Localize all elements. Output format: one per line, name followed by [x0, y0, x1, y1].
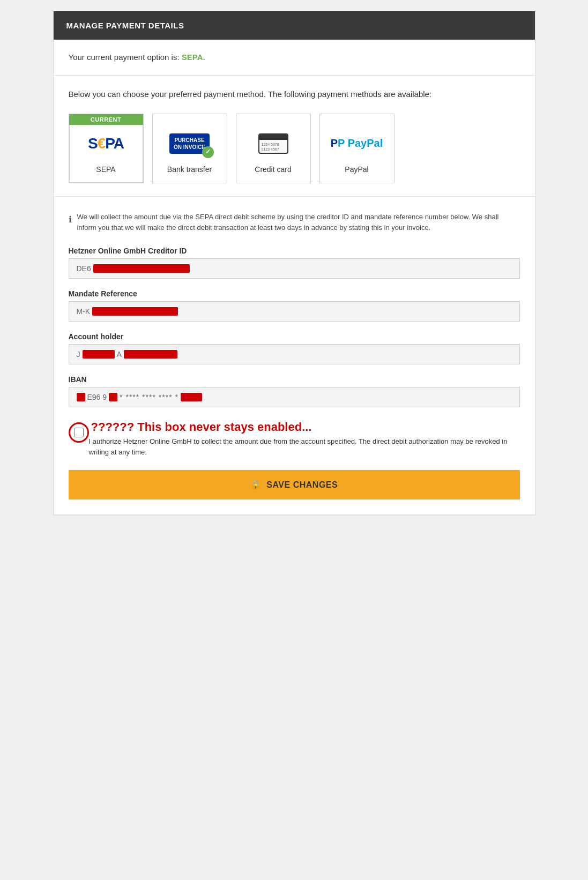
mandate-ref-prefix: M-K	[77, 307, 91, 316]
creditor-id-group: Hetzner Online GmbH Creditor ID DE6	[69, 247, 520, 279]
iban-redacted-1	[77, 393, 85, 401]
mandate-ref-label: Mandate Reference	[69, 289, 520, 298]
creditor-id-field: DE6	[69, 258, 520, 279]
sepa-info-section: ℹ We will collect the amount due via the…	[54, 197, 535, 516]
account-holder-prefix: J	[77, 350, 80, 359]
iban-label: IBAN	[69, 375, 520, 384]
account-holder-label: Account holder	[69, 332, 520, 341]
checkbox-error-text: ?????? This box never stays enabled...	[91, 420, 520, 434]
creditor-id-prefix: DE6	[77, 264, 91, 273]
sepa-info-row: ℹ We will collect the amount due via the…	[69, 212, 520, 234]
credit-card-logo: 1234 5678 9123 4567	[258, 128, 288, 160]
paypal-label: PayPal	[345, 165, 368, 174]
payment-methods-list: CURRENT S€PA SEPA PURCHASEON INVOICE ✓ B…	[69, 114, 520, 183]
checkbox-text-col: ?????? This box never stays enabled... I…	[89, 418, 520, 457]
page-header: MANAGE PAYMENT DETAILS	[54, 11, 535, 40]
creditor-id-label: Hetzner Online GmbH Creditor ID	[69, 247, 520, 255]
iban-field: E96 9 * **** **** **** *	[69, 387, 520, 407]
account-holder-redacted-1	[83, 350, 115, 359]
poi-check-icon: ✓	[202, 146, 214, 158]
iban-group: IBAN E96 9 * **** **** **** *	[69, 375, 520, 407]
sepa-logo: S€PA	[88, 128, 124, 160]
payment-method-paypal[interactable]: PP PayPal PayPal	[319, 114, 395, 183]
save-button-label: SAVE CHANGES	[266, 480, 338, 490]
iban-prefix: E96 9	[87, 393, 107, 401]
creditor-id-redacted	[93, 264, 190, 273]
authorize-checkbox-row	[69, 422, 89, 443]
iban-masked: * **** **** **** *	[120, 393, 178, 401]
sepa-label: SEPA	[96, 165, 115, 174]
mandate-ref-field: M-K	[69, 301, 520, 322]
authorize-label: I authorize Hetzner Online GmbH to colle…	[89, 436, 520, 457]
info-icon: ℹ	[69, 213, 72, 234]
sepa-current-link[interactable]: SEPA.	[182, 53, 205, 62]
iban-redacted-2	[109, 393, 117, 401]
mandate-ref-group: Mandate Reference M-K	[69, 289, 520, 322]
checkbox-error-row: ?????? This box never stays enabled... I…	[69, 418, 520, 457]
current-payment-text: Your current payment option is: SEPA.	[69, 53, 205, 62]
paypal-logo: PP PayPal	[331, 128, 383, 160]
account-holder-group: Account holder J A	[69, 332, 520, 364]
choose-payment-text: Below you can choose your preferred paym…	[69, 88, 520, 101]
bank-transfer-logo: PURCHASEON INVOICE ✓	[169, 128, 210, 160]
iban-redacted-3	[181, 393, 202, 401]
choose-payment-section: Below you can choose your preferred paym…	[54, 76, 535, 197]
credit-card-label: Credit card	[255, 165, 291, 174]
lock-icon: 🔒	[250, 480, 262, 490]
account-holder-field: J A	[69, 344, 520, 364]
payment-method-sepa[interactable]: CURRENT S€PA SEPA	[69, 114, 144, 183]
sepa-info-text: We will collect the amount due via the S…	[77, 212, 520, 234]
page-container: MANAGE PAYMENT DETAILS Your current paym…	[53, 11, 535, 516]
payment-method-credit-card[interactable]: 1234 5678 9123 4567 Credit card	[236, 114, 311, 183]
current-badge: CURRENT	[69, 114, 143, 125]
mandate-ref-redacted	[92, 307, 178, 316]
save-button[interactable]: 🔒 SAVE CHANGES	[69, 470, 520, 499]
current-payment-section: Your current payment option is: SEPA.	[54, 40, 535, 76]
checkbox-ring-annotation	[69, 422, 89, 443]
account-holder-suffix: A	[117, 350, 122, 359]
payment-method-bank-transfer[interactable]: PURCHASEON INVOICE ✓ Bank transfer	[152, 114, 227, 183]
account-holder-redacted-2	[124, 350, 177, 359]
page-title: MANAGE PAYMENT DETAILS	[66, 21, 184, 30]
authorize-checkbox[interactable]	[74, 428, 84, 437]
bank-transfer-label: Bank transfer	[167, 165, 212, 174]
